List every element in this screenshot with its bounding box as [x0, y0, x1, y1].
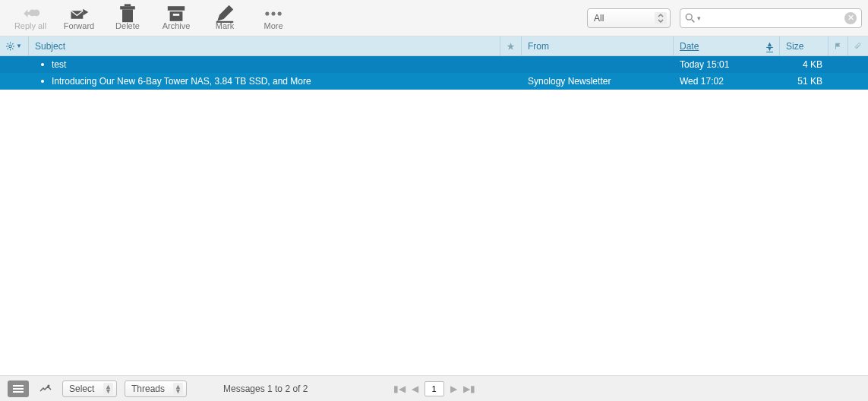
reply-all-label: Reply all: [14, 21, 46, 30]
unread-dot-icon: [41, 63, 44, 66]
svg-point-1: [33, 9, 40, 16]
svg-line-22: [8, 48, 8, 49]
svg-line-21: [12, 48, 13, 49]
page-first-button[interactable]: ▮◀: [393, 384, 406, 394]
svg-point-13: [686, 14, 692, 20]
message-list-header: ▼ Subject From Date ▲▼ Size: [0, 36, 868, 56]
archive-label: Archive: [163, 21, 191, 30]
more-button[interactable]: More: [249, 2, 298, 35]
message-count: Messages 1 to 2 of 2: [223, 384, 308, 394]
svg-point-12: [278, 11, 282, 15]
preview-toggle-button[interactable]: [36, 380, 55, 397]
message-date: Wed 17:02: [680, 76, 724, 87]
message-from: Synology Newsletter: [528, 76, 611, 87]
message-date: Today 15:01: [680, 59, 729, 70]
more-label: More: [264, 21, 282, 30]
message-row[interactable]: Introducing Our New 6-Bay Tower NAS, 3.8…: [0, 73, 868, 90]
page-next-button[interactable]: ▶: [450, 384, 457, 394]
svg-point-27: [48, 384, 50, 387]
reply-all-button: Reply all: [6, 2, 55, 35]
svg-rect-3: [122, 9, 133, 22]
column-attachment[interactable]: [848, 36, 868, 55]
svg-point-15: [9, 45, 11, 47]
list-icon: [13, 384, 24, 393]
svg-rect-8: [173, 14, 179, 16]
preview-icon: [39, 384, 52, 394]
message-subject: test: [52, 59, 66, 70]
svg-point-10: [265, 11, 269, 15]
filter-selected: All: [594, 13, 604, 24]
svg-rect-25: [13, 388, 24, 390]
chevron-updown-icon: ▲▼: [103, 383, 113, 395]
gear-icon: [6, 41, 14, 52]
star-icon: [507, 41, 515, 52]
column-flag[interactable]: [829, 36, 848, 55]
search-clear-icon[interactable]: ✕: [844, 12, 857, 24]
search-input[interactable]: [701, 13, 844, 24]
forward-icon: [68, 6, 90, 21]
svg-rect-5: [125, 4, 131, 6]
delete-button[interactable]: Delete: [103, 2, 152, 35]
forward-button[interactable]: Forward: [55, 2, 103, 35]
paperclip-icon: [854, 41, 862, 52]
svg-rect-24: [13, 385, 24, 387]
sort-indicator-icon: ▲▼: [766, 42, 773, 51]
search-icon: [685, 13, 696, 24]
unread-dot-icon: [41, 80, 44, 83]
column-subject[interactable]: Subject: [29, 36, 500, 55]
svg-line-20: [8, 43, 8, 44]
svg-line-14: [692, 19, 695, 22]
pencil-icon: [214, 6, 235, 21]
column-date[interactable]: Date ▲▼: [674, 36, 780, 55]
page-prev-button[interactable]: ◀: [412, 384, 418, 394]
flag-icon: [835, 42, 841, 51]
svg-rect-7: [170, 11, 183, 21]
chevron-updown-icon: [655, 12, 667, 24]
reply-all-icon: [20, 6, 41, 21]
message-row[interactable]: test Today 15:01 4 KB: [0, 56, 868, 73]
archive-icon: [166, 6, 187, 21]
list-options-button[interactable]: ▼: [0, 36, 29, 55]
ellipsis-icon: [263, 6, 284, 21]
delete-label: Delete: [115, 21, 140, 30]
page-input[interactable]: [425, 381, 444, 396]
svg-line-23: [12, 43, 13, 44]
svg-rect-6: [168, 6, 185, 11]
column-size[interactable]: Size: [780, 36, 829, 55]
archive-button[interactable]: Archive: [152, 2, 200, 35]
select-dropdown[interactable]: Select ▲▼: [62, 380, 117, 397]
mark-label: Mark: [216, 21, 234, 30]
svg-rect-26: [13, 391, 24, 393]
layout-toggle-button[interactable]: [8, 380, 29, 397]
page-last-button[interactable]: ▶▮: [463, 384, 475, 394]
svg-rect-4: [120, 6, 135, 9]
footer-bar: Select ▲▼ Threads ▲▼ Messages 1 to 2 of …: [0, 375, 868, 401]
caret-down-icon: ▼: [16, 43, 22, 49]
pager: ▮◀ ◀ ▶ ▶▮: [393, 381, 475, 396]
message-list[interactable]: test Today 15:01 4 KB Introducing Our Ne…: [0, 56, 868, 375]
filter-dropdown[interactable]: All: [587, 8, 671, 28]
chevron-updown-icon: ▲▼: [173, 383, 183, 395]
message-size: 4 KB: [803, 59, 822, 70]
column-from[interactable]: From: [522, 36, 674, 55]
search-box[interactable]: ▾ ✕: [680, 8, 862, 28]
trash-icon: [117, 6, 138, 21]
forward-label: Forward: [64, 21, 94, 30]
svg-point-11: [271, 11, 275, 15]
threads-dropdown[interactable]: Threads ▲▼: [125, 380, 187, 397]
message-size: 51 KB: [797, 76, 822, 87]
message-subject: Introducing Our New 6-Bay Tower NAS, 3.8…: [52, 76, 311, 87]
mark-button[interactable]: Mark: [200, 2, 249, 35]
column-star[interactable]: [500, 36, 522, 55]
toolbar: Reply all Forward Delete Archive Mark Mo…: [0, 0, 868, 36]
